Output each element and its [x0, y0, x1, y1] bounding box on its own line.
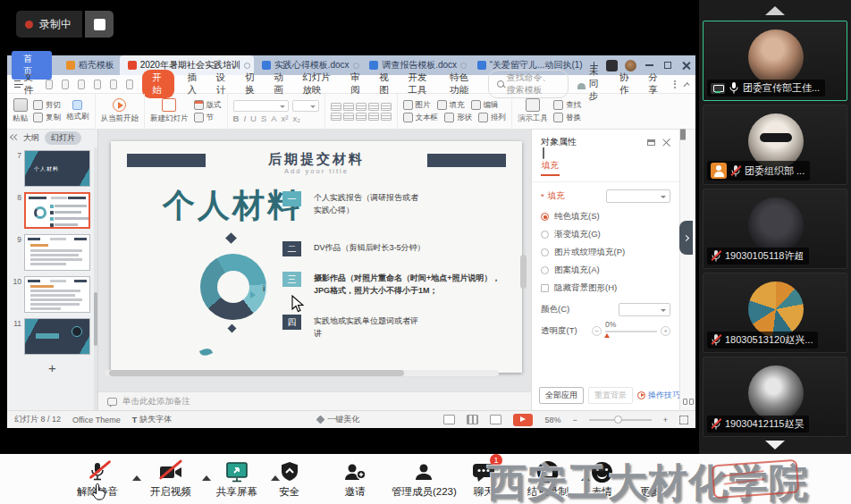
option-gradient-fill[interactable]: 渐变填充(G) — [541, 229, 670, 240]
option-solid-fill[interactable]: 纯色填充(S) — [541, 211, 670, 223]
reset-background-button[interactable]: 重置背景 — [588, 387, 633, 404]
color-select[interactable] — [619, 303, 670, 316]
decrease-button[interactable]: − — [592, 326, 602, 336]
zoom-in-button[interactable]: + — [663, 416, 668, 424]
thumbnail-slide-10[interactable]: 10 — [9, 276, 96, 313]
mic-options-caret[interactable] — [132, 475, 141, 481]
collapse-properties-tab[interactable] — [679, 221, 693, 255]
find-button[interactable]: 查找 — [553, 100, 581, 111]
font-color-button[interactable]: A — [271, 113, 276, 123]
strike-button[interactable]: S — [261, 113, 266, 123]
arrange-button[interactable]: 排列 — [478, 113, 506, 123]
scroll-down-icon[interactable] — [765, 441, 785, 449]
textbox-button[interactable]: 文本框 — [403, 113, 439, 123]
fill-tab[interactable]: 填充 — [541, 158, 560, 176]
slide-canvas[interactable]: 后期提交材料 Add your title 个人材料 i 一 个人实践报告（调研… — [111, 141, 522, 373]
redo-icon[interactable] — [126, 80, 133, 89]
section-button[interactable]: 节 — [194, 113, 222, 123]
edit-button[interactable]: 编辑 — [471, 100, 499, 111]
bold-button[interactable]: B — [233, 113, 240, 123]
add-slide-button[interactable]: + — [7, 360, 97, 375]
superscript-button[interactable]: x² — [282, 113, 289, 123]
transparency-slider[interactable]: − 0% + — [592, 326, 670, 336]
replace-button[interactable]: 替换 — [553, 113, 581, 123]
option-picture-fill[interactable]: 图片或纹理填充(P) — [541, 247, 670, 258]
zoom-out-button[interactable]: − — [572, 416, 577, 424]
fit-to-window-icon[interactable] — [679, 416, 688, 424]
slide-sorter-icon[interactable] — [467, 415, 478, 424]
participant-tile[interactable]: 团委宣传部王佳... — [703, 21, 847, 101]
format-painter-button[interactable]: 格式刷 — [66, 100, 89, 122]
fill-button[interactable]: 填充 — [437, 100, 465, 111]
zoom-slider-thumb[interactable] — [614, 416, 622, 424]
paragraph-alignment-group[interactable] — [331, 103, 392, 121]
undo-icon[interactable] — [110, 80, 117, 89]
present-tools-button[interactable]: 演示工具 — [518, 98, 548, 124]
more-commands-icon[interactable] — [674, 80, 676, 88]
new-slide-button[interactable]: 新建幻灯片 — [150, 98, 189, 124]
thumbnail-slide-11[interactable]: 11 — [9, 318, 96, 355]
shape-button[interactable]: 形状 — [444, 113, 472, 123]
participant-tile[interactable]: 19030412115赵昊 — [703, 357, 847, 437]
dock-panel-icon[interactable] — [647, 139, 655, 146]
thumbnail-slide-9[interactable]: 9 — [9, 234, 96, 271]
start-video-button[interactable]: 开启视频 — [150, 459, 191, 499]
missing-font-warning[interactable]: T 缺失字体 — [132, 414, 173, 425]
font-name-select[interactable] — [233, 100, 289, 112]
close-button[interactable] — [677, 57, 695, 73]
video-options-caret[interactable] — [202, 475, 211, 481]
font-size-select[interactable] — [292, 100, 319, 112]
apply-all-button[interactable]: 全部应用 — [539, 387, 584, 404]
slider-thumb[interactable] — [604, 333, 610, 338]
thumbnail-slide-8-selected[interactable]: 8 — [9, 192, 96, 229]
stop-recording-button[interactable] — [85, 11, 114, 38]
close-panel-icon[interactable] — [662, 139, 670, 147]
tips-link[interactable]: 操作技巧 — [637, 390, 680, 401]
participant-tile[interactable]: 19030105118许超 — [703, 189, 847, 269]
copy-button[interactable]: 复制 — [33, 113, 61, 123]
tab-outline[interactable]: 大纲 — [23, 132, 39, 144]
participant-tile[interactable]: 18030513120赵兴... — [703, 273, 847, 353]
save-icon[interactable] — [46, 80, 53, 89]
manage-members-button[interactable]: 管理成员(223) — [392, 459, 457, 499]
underline-button[interactable]: U — [250, 113, 257, 123]
option-hide-background[interactable]: 隐藏背景图形(H) — [541, 282, 670, 294]
italic-button[interactable]: I — [243, 113, 246, 123]
subscript-button[interactable]: x₂ — [293, 113, 300, 123]
print-icon[interactable] — [78, 80, 85, 89]
thumbnail-slide-7[interactable]: 7 个人材料 — [9, 150, 96, 187]
beautify-button[interactable]: 一键美化 — [317, 414, 359, 425]
tab-docer[interactable]: 稻壳模板 — [58, 55, 120, 75]
zoom-slider[interactable] — [589, 419, 652, 421]
theme-name[interactable]: Office Theme — [72, 416, 121, 424]
normal-view-icon[interactable] — [443, 415, 455, 424]
vertical-scrollbar[interactable] — [520, 255, 527, 289]
preview-icon[interactable] — [94, 80, 101, 89]
collapse-panel-icon[interactable] — [11, 134, 18, 141]
layout-grid-icon[interactable] — [683, 399, 694, 405]
output-icon[interactable] — [62, 80, 69, 89]
slideshow-play-button[interactable] — [513, 414, 533, 426]
horizontal-scrollbar[interactable] — [105, 370, 499, 376]
reading-view-icon[interactable] — [490, 415, 501, 424]
paste-button[interactable]: 粘贴 — [13, 98, 28, 124]
tab-slides[interactable]: 幻灯片 — [45, 131, 81, 145]
fill-preset-select[interactable] — [606, 189, 670, 203]
share-screen-button[interactable]: 共享屏幕 — [216, 459, 257, 499]
slide-edit-area[interactable]: 后期提交材料 Add your title 个人材料 i 一 个人实践报告（调研… — [98, 130, 531, 410]
layout-button[interactable]: 版式 — [194, 100, 222, 111]
zoom-percent[interactable]: 58% — [544, 416, 560, 424]
invite-button[interactable]: 邀请 — [343, 459, 367, 499]
collaborate-button[interactable]: 协作 — [616, 71, 636, 97]
increase-button[interactable]: + — [661, 326, 670, 336]
option-pattern-fill[interactable]: 图案填充(A) — [541, 265, 670, 276]
collapse-ribbon-icon[interactable] — [683, 82, 689, 88]
picture-button[interactable]: 图片 — [403, 100, 431, 111]
file-menu[interactable]: 文件 — [14, 71, 37, 97]
cut-button[interactable]: 剪切 — [33, 100, 61, 111]
participant-tile[interactable]: 团委组织部 ... — [703, 105, 847, 185]
notes-bar[interactable]: 单击此处添加备注 — [98, 391, 531, 410]
security-button[interactable]: 安全 — [279, 459, 299, 499]
thumbnail-scrollbar[interactable] — [94, 147, 97, 410]
share-button[interactable]: 分享 — [645, 71, 664, 97]
